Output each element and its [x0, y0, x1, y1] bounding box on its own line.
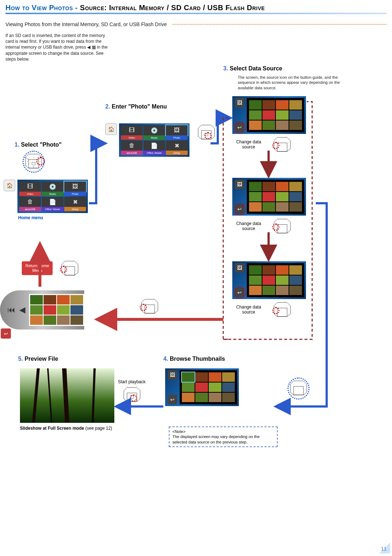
menu-tile: 📄Office Viewer: [42, 197, 64, 211]
home-menu-label: Home menu: [18, 215, 88, 220]
dotted-separator: [172, 24, 387, 25]
source-icon: ↩: [235, 123, 244, 132]
thumbnail: [249, 202, 262, 212]
thumbnail: [262, 110, 275, 120]
start-playback-block: Start playback: [118, 379, 146, 403]
thumbnail: [57, 295, 70, 304]
thumbnail: [262, 265, 275, 275]
thumbnail: [195, 383, 208, 392]
menu-tile: ✖Setup: [64, 197, 86, 211]
thumbnail: [222, 393, 235, 402]
thumbnail: [44, 295, 56, 304]
subtitle: Viewing Photos from the Internal Memory,…: [5, 21, 167, 27]
thumbnail: [209, 372, 221, 382]
thumbnail: [44, 305, 56, 315]
thumbnail: [182, 383, 195, 392]
thumbnail: [249, 120, 262, 130]
thumbnail: [289, 286, 302, 295]
thumbnail: [30, 305, 43, 315]
menu-tile: 💿Music: [143, 125, 165, 140]
thumbnail: [209, 393, 221, 402]
thumbnail: [276, 100, 289, 110]
thumbnail: [289, 182, 302, 191]
thumbnail: [30, 295, 43, 304]
thumbnail: [249, 182, 262, 191]
source-badge: ↩: [1, 328, 11, 339]
thumbnail: [262, 286, 275, 295]
photo-icon: 🖼: [235, 263, 244, 273]
source-icon: ↩: [235, 288, 244, 297]
step3-screen-a: 🖼 ↩ Change datasource: [232, 96, 306, 153]
step4-remote-cube: [287, 379, 310, 397]
thumbnail: [289, 202, 302, 212]
thumbnail: [289, 110, 302, 120]
step2-block: 2. Enter "Photo" Menu: [105, 103, 167, 113]
source-icon: ↩: [168, 395, 177, 404]
thumbnail: [30, 315, 43, 325]
thumbnail: [276, 120, 289, 130]
thumbnail: [44, 315, 56, 325]
step3-block: 3. Select Data Source The screen, the so…: [223, 65, 343, 90]
step5-block: 5. Preview File: [18, 356, 58, 365]
thumbnail: [249, 265, 262, 275]
mid-remote-cube: [138, 298, 162, 315]
thumbnail: [222, 372, 235, 382]
step3-screen-b: 🖼 ↩ Change datasource: [232, 178, 306, 235]
step5-image: Slideshow at Full Screen mode (see page …: [20, 368, 114, 431]
menu-tile: 🖼Photo: [64, 181, 86, 196]
prev-icon: ◀: [18, 304, 26, 315]
thumbnail: [276, 192, 289, 201]
intro-text: If an SD card is inserted, the content o…: [5, 33, 114, 62]
menu-tile: 🖼Photo: [166, 125, 188, 140]
step1-block: 1. Select "Photo": [15, 142, 62, 151]
step4-block: 4. Browse Thumbnails: [163, 356, 225, 365]
thumbnail: [195, 372, 208, 382]
menu-tile: 💿Music: [42, 181, 64, 196]
menu-tile: ✖Setup: [166, 140, 188, 155]
menu-tile: 📄Office Viewer: [143, 140, 165, 155]
thumbnail: [249, 286, 262, 295]
thumbnail: [249, 275, 262, 285]
return-home-row: Return HomeMenu: [22, 259, 82, 277]
thumbnail: [70, 305, 83, 315]
step3-screen-c: 🖼 ↩ Change datasource: [232, 261, 306, 318]
thumbnail: [289, 192, 302, 201]
page-title: How to View Photos - Source: Internal Me…: [5, 4, 387, 13]
prev-track-icon: ⏮: [7, 304, 15, 315]
thumbnail: [209, 383, 221, 392]
home-icon: 🏠: [4, 180, 15, 191]
thumbnail: [262, 120, 275, 130]
photo-icon: 🖼: [235, 180, 244, 189]
change-source-label: Change datasource: [232, 221, 265, 231]
home-icon: 🏠: [105, 123, 117, 135]
thumbnail: [262, 182, 275, 191]
menu-tile: 🎞Video: [19, 181, 41, 196]
thumbnail: [70, 315, 83, 325]
thumbnail: [276, 275, 289, 285]
return-home-button: Return HomeMenu: [22, 261, 53, 275]
thumbnail: [249, 192, 262, 201]
source-icon: ↩: [235, 204, 244, 214]
preview-device: ⏮ ◀: [0, 290, 84, 330]
thumbnail: [276, 202, 289, 212]
thumbnail: [195, 393, 208, 402]
menu-tile: 🎞Video: [121, 125, 143, 140]
step3-desc: The screen, the source icon on the butto…: [238, 75, 343, 90]
thumbnail: [262, 100, 275, 110]
thumbnail: [289, 275, 302, 285]
step1-screen: 🏠 🎞Video💿Music🖼Photo🗑aeroUSB📄Office View…: [4, 180, 88, 220]
thumbnail: [57, 305, 70, 315]
thumbnail: [289, 265, 302, 275]
thumbnail: [289, 120, 302, 130]
menu-tile: 🗑aeroUSB: [19, 197, 41, 211]
thumbnail: [276, 182, 289, 191]
thumbnail: [249, 110, 262, 120]
thumbnail: [262, 192, 275, 201]
thumbnail: [182, 393, 195, 402]
thumbnail: [222, 383, 235, 392]
thumbnail: [276, 110, 289, 120]
thumbnail: [182, 372, 195, 382]
change-source-label: Change datasource: [232, 304, 265, 315]
menu-tile: 🗑aeroUSB: [121, 140, 143, 155]
step1-remote-cube: ^ v < >: [22, 152, 45, 170]
